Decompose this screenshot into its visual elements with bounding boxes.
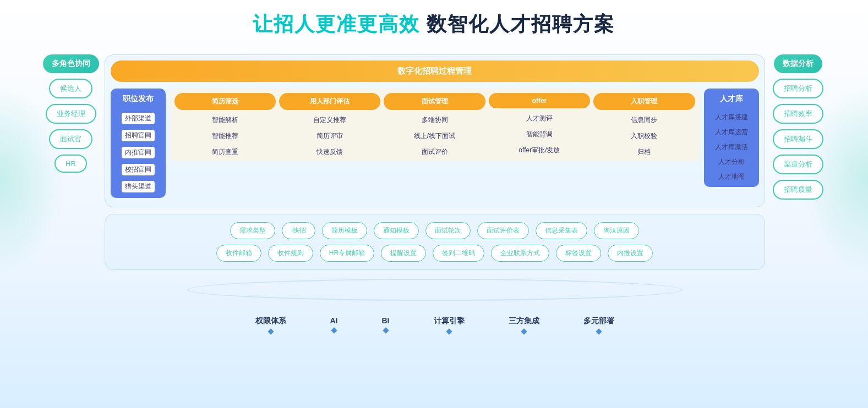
tools-row-2: 收件邮箱 收件规则 HR专属邮箱 提醒设置 签到二维码 企业联系方式 标签设置 … [116, 245, 754, 262]
step-header-4: 入职管理 [593, 93, 695, 110]
step-header-3: offer [489, 93, 590, 108]
step-0-item-0: 智能解析 [212, 115, 238, 125]
tools-rows: 需求类型 i快招 简历模板 通知模板 面试轮次 面试评价表 信息采集表 淘汰原因… [116, 222, 754, 262]
step-4-item-1: 入职校验 [631, 131, 657, 141]
right-pill-2: 招聘漏斗 [773, 129, 823, 149]
sidebar-pill-bizmanager: 业务经理 [46, 104, 96, 124]
tool-9: 收件规则 [268, 245, 313, 262]
bottom-dot-4 [521, 328, 527, 334]
right-pill-4: 招聘质量 [773, 180, 823, 200]
tool-6: 信息采集表 [536, 222, 587, 239]
title-part2: 数智化人才招聘方案 [420, 13, 615, 35]
step-items-3: 人才测评 智能背调 offer审批/发放 [489, 114, 590, 155]
step-col-1: 用人部门评估 自定义推荐 简历评审 快速反馈 [279, 93, 380, 157]
main-title: 让招人更准更高效 数智化人才招聘方案 [0, 11, 868, 38]
process-header: 数字化招聘过程管理 [111, 60, 759, 82]
job-item-2: 内推官网 [122, 147, 155, 158]
step-1-item-0: 自定义推荐 [313, 115, 346, 125]
step-col-2: 面试管理 多端协同 线上/线下面试 面试评价 [384, 93, 485, 157]
tool-13: 企业联系方式 [491, 245, 549, 262]
job-item-3: 校招官网 [122, 164, 155, 175]
step-items-1: 自定义推荐 简历评审 快速反馈 [279, 115, 380, 157]
step-header-0: 简历筛选 [174, 93, 276, 110]
talent-item-1: 人才库运营 [715, 128, 748, 137]
job-posting-title: 职位发布 [123, 94, 154, 104]
step-col-3: offer 人才测评 智能背调 offer审批/发放 [489, 93, 590, 157]
process-area: 数字化招聘过程管理 职位发布 外部渠道 招聘官网 内推官网 校招官网 猎头渠道 [105, 54, 765, 207]
right-pill-1: 招聘效率 [773, 104, 823, 124]
tool-1: i快招 [282, 222, 315, 239]
right-sidebar-title: 数据分析 [774, 54, 822, 73]
tool-10: HR专属邮箱 [320, 245, 374, 262]
center-main: 数字化招聘过程管理 职位发布 外部渠道 招聘官网 内推官网 校招官网 猎头渠道 [105, 54, 765, 334]
step-3-item-1: 智能背调 [526, 130, 553, 139]
process-columns: 职位发布 外部渠道 招聘官网 内推官网 校招官网 猎头渠道 [111, 89, 759, 198]
tool-5: 面试评价表 [477, 222, 529, 239]
step-items-2: 多端协同 线上/线下面试 面试评价 [384, 115, 485, 157]
bottom-dot-2 [383, 327, 389, 333]
tool-0: 需求类型 [230, 222, 275, 239]
tool-11: 提醒设置 [381, 245, 426, 262]
tool-2: 简历模板 [322, 222, 367, 239]
talent-pool-title: 人才库 [720, 94, 743, 104]
right-sidebar: 数据分析 招聘分析 招聘效率 招聘漏斗 渠道分析 招聘质量 [771, 54, 826, 200]
bottom-dot-0 [268, 328, 274, 334]
job-posting-items: 外部渠道 招聘官网 内推官网 校招官网 猎头渠道 [122, 113, 155, 192]
step-2-item-1: 线上/线下面试 [414, 131, 455, 141]
step-3-item-0: 人才测评 [526, 114, 553, 123]
step-2-item-0: 多端协同 [422, 115, 448, 125]
title-part1: 让招人更准更高效 [253, 13, 420, 35]
sidebar-pill-hr: HR [54, 155, 87, 173]
talent-pool-items: 人才库搭建 人才库运营 人才库激活 人才分析 人才地图 [715, 113, 748, 181]
bottom-label-5: 多元部署 [583, 316, 614, 334]
talent-item-3: 人才分析 [718, 157, 745, 167]
job-posting-column: 职位发布 外部渠道 招聘官网 内推官网 校招官网 猎头渠道 [111, 89, 166, 198]
talent-pool-column: 人才库 人才库搭建 人才库运营 人才库激活 人才分析 人才地图 [704, 89, 759, 187]
tool-3: 通知模板 [374, 222, 419, 239]
bottom-label-1: AI [330, 316, 338, 334]
bottom-label-3: 计算引擎 [434, 316, 465, 334]
tool-15: 内推设置 [608, 245, 653, 262]
step-items-4: 信息同步 入职校验 归档 [593, 115, 695, 157]
step-2-item-2: 面试评价 [422, 147, 448, 157]
bottom-dot-5 [596, 328, 602, 334]
step-1-item-2: 快速反馈 [316, 147, 343, 157]
right-pill-3: 渠道分析 [773, 155, 823, 174]
bottom-label-4: 三方集成 [509, 316, 539, 334]
sidebar-pill-interviewer: 面试官 [49, 129, 92, 149]
bottom-dot-1 [331, 327, 337, 333]
body-layout: 多角色协同 候选人 业务经理 面试官 HR 数字化招聘过程管理 职位发布 外部渠… [0, 54, 868, 334]
bottom-labels: 权限体系 AI BI 计算引擎 三方集成 [105, 316, 765, 334]
step-4-item-2: 归档 [637, 147, 651, 157]
step-header-2: 面试管理 [384, 93, 485, 110]
step-0-item-2: 简历查重 [212, 147, 238, 157]
tools-area: 需求类型 i快招 简历模板 通知模板 面试轮次 面试评价表 信息采集表 淘汰原因… [105, 214, 765, 270]
tool-4: 面试轮次 [425, 222, 471, 239]
bottom-label-2: BI [382, 316, 390, 334]
left-sidebar: 多角色协同 候选人 业务经理 面试官 HR [43, 54, 99, 173]
tool-14: 标签设置 [556, 245, 601, 262]
tools-row-1: 需求类型 i快招 简历模板 通知模板 面试轮次 面试评价表 信息采集表 淘汰原因 [116, 222, 754, 239]
tool-7: 淘汰原因 [594, 222, 639, 239]
tool-8: 收件邮箱 [216, 245, 261, 262]
job-item-4: 猎头渠道 [122, 181, 155, 192]
page-wrapper: 让招人更准更高效 数智化人才招聘方案 多角色协同 候选人 业务经理 面试官 HR… [0, 0, 868, 408]
step-4-item-0: 信息同步 [631, 115, 657, 125]
step-col-0: 简历筛选 智能解析 智能推荐 简历查重 [174, 93, 276, 157]
tool-12: 签到二维码 [433, 245, 484, 262]
step-header-1: 用人部门评估 [279, 93, 380, 110]
right-pill-0: 招聘分析 [773, 79, 823, 98]
step-3-item-2: offer审批/发放 [518, 146, 560, 155]
talent-item-2: 人才库激活 [715, 142, 748, 152]
bottom-label-0: 权限体系 [255, 316, 286, 334]
step-0-item-1: 智能推荐 [212, 131, 238, 141]
step-items-0: 智能解析 智能推荐 简历查重 [174, 115, 276, 157]
job-item-1: 招聘官网 [122, 130, 155, 141]
step-1-item-1: 简历评审 [316, 131, 343, 141]
job-item-0: 外部渠道 [122, 113, 155, 124]
talent-item-4: 人才地图 [718, 172, 745, 181]
process-steps: 简历筛选 智能解析 智能推荐 简历查重 用人部门评估 自定义推荐 [170, 89, 700, 161]
sidebar-pill-candidate: 候选人 [49, 79, 92, 98]
left-sidebar-title: 多角色协同 [43, 54, 99, 73]
bottom-dot-3 [446, 328, 452, 334]
